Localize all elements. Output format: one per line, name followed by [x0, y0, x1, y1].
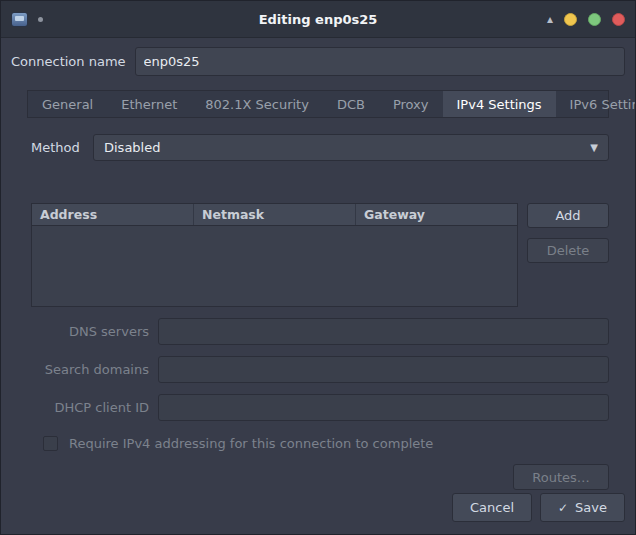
require-ipv4-label: Require IPv4 addressing for this connect…	[69, 436, 433, 451]
dns-servers-input	[158, 318, 609, 345]
address-table-body	[32, 226, 517, 306]
dns-servers-row: DNS servers	[31, 318, 609, 345]
window-title: Editing enp0s25	[1, 12, 635, 27]
minimize-button[interactable]	[564, 13, 577, 26]
tab-8021x-security[interactable]: 802.1X Security	[191, 91, 323, 117]
tab-ethernet[interactable]: Ethernet	[107, 91, 191, 117]
tab-general[interactable]: General	[28, 91, 107, 117]
dhcp-client-id-row: DHCP client ID	[31, 394, 609, 421]
addresses-section: Address Netmask Gateway Add Delete	[31, 203, 609, 307]
titlebar-left	[11, 12, 43, 27]
window-controls: ▴	[547, 13, 625, 26]
method-label: Method	[31, 140, 83, 155]
method-selected-value: Disabled	[104, 140, 160, 155]
app-icon	[11, 12, 28, 27]
maximize-button[interactable]	[588, 13, 601, 26]
tab-bar: General Ethernet 802.1X Security DCB Pro…	[27, 90, 609, 118]
search-domains-row: Search domains	[31, 356, 609, 383]
dns-servers-label: DNS servers	[31, 324, 149, 339]
connection-name-label: Connection name	[11, 54, 126, 69]
routes-row: Routes…	[31, 464, 609, 490]
window-body: Connection name General Ethernet 802.1X …	[1, 38, 635, 534]
shade-icon[interactable]: ▴	[547, 13, 553, 25]
ipv4-settings-panel: Method Disabled ▼ Address Netmask Gatewa…	[11, 118, 625, 493]
column-header-netmask: Netmask	[194, 204, 356, 225]
method-row: Method Disabled ▼	[31, 134, 609, 161]
method-dropdown[interactable]: Disabled ▼	[93, 134, 609, 161]
connection-editor-window: Editing enp0s25 ▴ Connection name Genera…	[0, 0, 636, 535]
require-ipv4-row: Require IPv4 addressing for this connect…	[43, 436, 609, 451]
address-table[interactable]: Address Netmask Gateway	[31, 203, 518, 307]
add-button[interactable]: Add	[527, 203, 609, 228]
tab-ipv4-settings[interactable]: IPv4 Settings	[443, 91, 556, 117]
dialog-footer: Cancel ✓ Save	[11, 493, 625, 522]
address-buttons: Add Delete	[527, 203, 609, 307]
dhcp-client-id-label: DHCP client ID	[31, 400, 149, 415]
close-button[interactable]	[612, 13, 625, 26]
column-header-address: Address	[32, 204, 194, 225]
connection-name-input[interactable]	[135, 47, 625, 76]
tab-ipv6-settings[interactable]: IPv6 Settings	[556, 91, 636, 117]
window-dot-icon	[38, 17, 43, 22]
require-ipv4-checkbox	[43, 436, 58, 451]
tab-proxy[interactable]: Proxy	[379, 91, 443, 117]
routes-button: Routes…	[513, 464, 609, 490]
save-label: Save	[575, 500, 607, 515]
chevron-down-icon: ▼	[590, 142, 598, 153]
connection-name-row: Connection name	[11, 47, 625, 76]
cancel-button[interactable]: Cancel	[452, 493, 532, 522]
column-header-gateway: Gateway	[356, 204, 517, 225]
tab-dcb[interactable]: DCB	[323, 91, 379, 117]
delete-button: Delete	[527, 238, 609, 263]
search-domains-label: Search domains	[31, 362, 149, 377]
dhcp-client-id-input	[158, 394, 609, 421]
address-table-header: Address Netmask Gateway	[32, 204, 517, 226]
titlebar: Editing enp0s25 ▴	[1, 1, 635, 38]
check-icon: ✓	[558, 501, 568, 515]
save-button[interactable]: ✓ Save	[540, 493, 625, 522]
search-domains-input	[158, 356, 609, 383]
